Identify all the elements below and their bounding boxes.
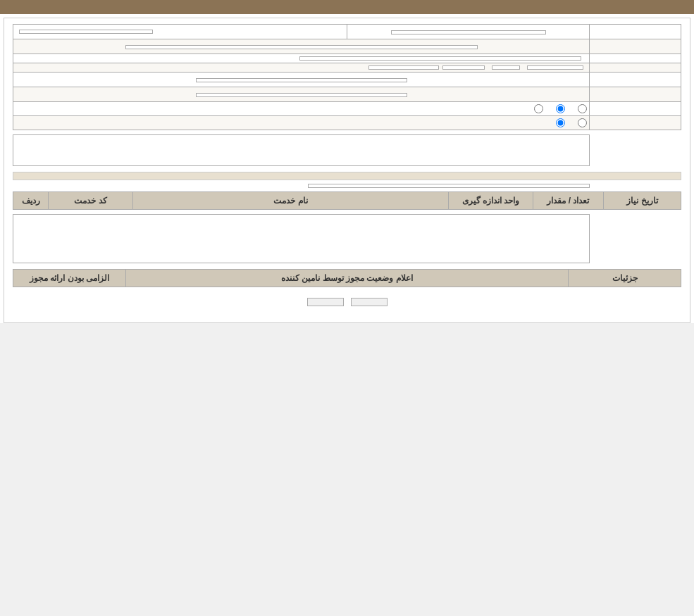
val-ijad — [13, 54, 590, 63]
radio-jozi-input[interactable] — [578, 118, 587, 127]
th-ealam: اعلام وضعیت مجوز توسط نامین کننده — [126, 270, 569, 287]
th-nam: نام خدمت — [133, 192, 449, 210]
mojowz-header: جزئیات اعلام وضعیت مجوز توسط نامین کننده… — [13, 270, 681, 287]
val-shahr — [13, 87, 590, 102]
shahr-value — [196, 93, 407, 97]
radio-khedmat-input[interactable] — [556, 104, 565, 113]
label-shahr — [590, 87, 681, 102]
row-shomare — [13, 25, 681, 39]
row-tabaqe — [13, 102, 681, 116]
label-shomare — [590, 25, 681, 39]
radio-kala-khedmat-input[interactable] — [578, 104, 587, 113]
tozihat-row — [13, 214, 681, 263]
print-button[interactable] — [351, 298, 388, 306]
th-elzami: الزامی بودن ارائه مجوز — [13, 270, 126, 287]
val-tabaqe — [13, 102, 590, 116]
page-header — [0, 0, 694, 14]
th-tarikh-niaz: تاریخ نیاز — [604, 192, 681, 210]
row-ostan — [13, 73, 681, 87]
label-nam-dasgah — [590, 39, 681, 54]
val-shomare — [347, 25, 590, 39]
grouh-value — [308, 184, 590, 188]
tarikh-announce-value — [19, 30, 153, 34]
mohlat-days-value — [492, 65, 520, 70]
nam-dasgah-value — [125, 45, 478, 49]
khadamat-section-title — [13, 172, 681, 180]
radio-kala-input[interactable] — [534, 104, 543, 113]
th-kod: کد خدمت — [49, 192, 133, 210]
services-table-header: تاریخ نیاز تعداد / مقدار واحد اندازه گیر… — [13, 192, 681, 210]
info-table — [13, 24, 681, 130]
row-nam-dasgah — [13, 39, 681, 54]
radio-motavaset[interactable] — [554, 118, 565, 127]
radio-kala[interactable] — [532, 104, 543, 113]
radio-jozi[interactable] — [576, 118, 587, 127]
label-ijad — [590, 54, 681, 63]
mohlat-date-value — [368, 65, 439, 70]
label-noe-farayand — [590, 116, 681, 130]
val-mohlat — [13, 63, 590, 73]
grouh-label — [590, 184, 681, 188]
th-tedad: تعداد / مقدار — [533, 192, 604, 210]
radio-motavaset-input[interactable] — [556, 118, 565, 127]
row-mohlat — [13, 63, 681, 73]
th-radif: ردیف — [13, 192, 49, 210]
radio-khedmat[interactable] — [554, 104, 565, 113]
ostan-value — [196, 78, 407, 82]
sharh-row — [13, 134, 681, 166]
shomare-value — [391, 30, 546, 34]
services-table: تاریخ نیاز تعداد / مقدار واحد اندازه گیر… — [13, 191, 681, 210]
btn-row — [13, 298, 681, 306]
tozihat-value — [13, 214, 590, 263]
sharh-value — [13, 134, 590, 166]
val-noe-farayand — [13, 116, 590, 130]
radio-kala-khedmat[interactable] — [576, 104, 587, 113]
content-area: تاریخ نیاز تعداد / مقدار واحد اندازه گیر… — [4, 18, 690, 323]
back-button[interactable] — [307, 298, 344, 306]
grouh-row — [13, 184, 681, 188]
mohlat-remaining-value — [527, 65, 583, 70]
tarikh-cell — [13, 25, 347, 39]
mojowz-table: جزئیات اعلام وضعیت مجوز توسط نامین کننده… — [13, 269, 681, 287]
mohlat-time-value — [442, 65, 485, 70]
th-vahed: واحد اندازه گیری — [449, 192, 533, 210]
val-ostan — [13, 73, 590, 87]
label-ostan — [590, 73, 681, 87]
row-ijad — [13, 54, 681, 63]
row-noe-farayand — [13, 116, 681, 130]
ijad-value — [299, 56, 581, 61]
row-shahr — [13, 87, 681, 102]
label-tabaqe — [590, 102, 681, 116]
th-joziyat: جزئیات — [569, 270, 681, 287]
tozihat-label — [590, 214, 681, 218]
sharh-label — [590, 134, 681, 139]
label-mohlat — [590, 63, 681, 73]
val-nam-dasgah — [13, 39, 590, 54]
